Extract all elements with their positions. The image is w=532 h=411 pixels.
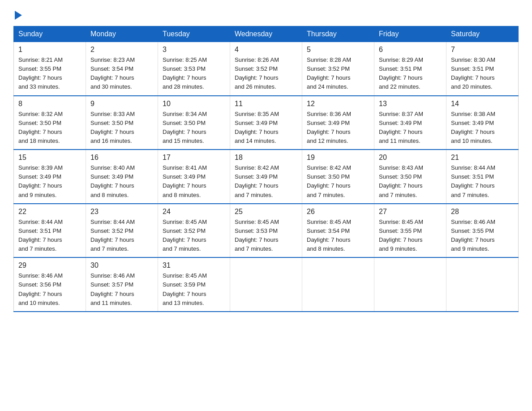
day-cell [302,257,374,312]
day-info: Sunrise: 8:44 AMSunset: 3:51 PMDaylight:… [18,218,81,254]
day-info: Sunrise: 8:28 AMSunset: 3:52 PMDaylight:… [307,56,369,92]
day-info: Sunrise: 8:45 AMSunset: 3:53 PMDaylight:… [235,218,297,254]
day-header-row: SundayMondayTuesdayWednesdayThursdayFrid… [14,26,519,42]
day-info: Sunrise: 8:35 AMSunset: 3:49 PMDaylight:… [235,110,297,146]
logo [13,9,22,18]
day-number: 5 [307,46,369,54]
day-cell: 12 Sunrise: 8:36 AMSunset: 3:49 PMDaylig… [302,96,374,150]
day-cell: 15 Sunrise: 8:39 AMSunset: 3:49 PMDaylig… [14,150,86,204]
day-cell [446,257,519,312]
day-cell: 20 Sunrise: 8:43 AMSunset: 3:50 PMDaylig… [374,150,446,204]
day-cell: 1 Sunrise: 8:21 AMSunset: 3:55 PMDayligh… [14,42,86,96]
day-header-monday: Monday [86,26,158,42]
day-number: 14 [451,100,514,108]
day-cell: 22 Sunrise: 8:44 AMSunset: 3:51 PMDaylig… [14,204,86,258]
day-cell: 21 Sunrise: 8:44 AMSunset: 3:51 PMDaylig… [446,150,519,204]
day-cell: 10 Sunrise: 8:34 AMSunset: 3:50 PMDaylig… [158,96,230,150]
day-number: 6 [379,46,442,54]
day-info: Sunrise: 8:26 AMSunset: 3:52 PMDaylight:… [235,56,297,92]
day-info: Sunrise: 8:42 AMSunset: 3:50 PMDaylight:… [307,163,369,200]
day-cell: 14 Sunrise: 8:38 AMSunset: 3:49 PMDaylig… [446,96,519,150]
day-number: 23 [90,208,153,216]
day-info: Sunrise: 8:25 AMSunset: 3:53 PMDaylight:… [163,56,225,92]
day-info: Sunrise: 8:23 AMSunset: 3:54 PMDaylight:… [90,56,153,92]
day-number: 3 [163,46,225,54]
day-cell: 18 Sunrise: 8:42 AMSunset: 3:49 PMDaylig… [230,150,302,204]
day-info: Sunrise: 8:46 AMSunset: 3:57 PMDaylight:… [90,271,153,308]
day-info: Sunrise: 8:45 AMSunset: 3:52 PMDaylight:… [163,218,225,254]
day-cell: 25 Sunrise: 8:45 AMSunset: 3:53 PMDaylig… [230,204,302,258]
day-cell: 2 Sunrise: 8:23 AMSunset: 3:54 PMDayligh… [86,42,158,96]
day-number: 16 [90,154,153,162]
day-number: 21 [451,154,514,162]
day-info: Sunrise: 8:32 AMSunset: 3:50 PMDaylight:… [18,110,81,146]
day-info: Sunrise: 8:29 AMSunset: 3:51 PMDaylight:… [379,56,442,92]
day-cell: 31 Sunrise: 8:45 AMSunset: 3:59 PMDaylig… [158,257,230,312]
day-number: 29 [18,261,81,270]
day-info: Sunrise: 8:46 AMSunset: 3:56 PMDaylight:… [18,271,81,308]
day-info: Sunrise: 8:37 AMSunset: 3:49 PMDaylight:… [379,110,442,146]
day-number: 7 [451,46,514,54]
day-cell: 13 Sunrise: 8:37 AMSunset: 3:49 PMDaylig… [374,96,446,150]
day-number: 1 [18,46,81,54]
day-cell: 26 Sunrise: 8:45 AMSunset: 3:54 PMDaylig… [302,204,374,258]
day-number: 9 [90,100,153,108]
day-cell: 23 Sunrise: 8:44 AMSunset: 3:52 PMDaylig… [86,204,158,258]
day-cell: 17 Sunrise: 8:41 AMSunset: 3:49 PMDaylig… [158,150,230,204]
day-info: Sunrise: 8:21 AMSunset: 3:55 PMDaylight:… [18,56,81,92]
day-cell: 27 Sunrise: 8:45 AMSunset: 3:55 PMDaylig… [374,204,446,258]
day-cell: 8 Sunrise: 8:32 AMSunset: 3:50 PMDayligh… [14,96,86,150]
day-cell: 5 Sunrise: 8:28 AMSunset: 3:52 PMDayligh… [302,42,374,96]
day-number: 24 [163,208,225,216]
day-number: 10 [163,100,225,108]
day-header-thursday: Thursday [302,26,374,42]
day-cell: 30 Sunrise: 8:46 AMSunset: 3:57 PMDaylig… [86,257,158,312]
day-cell [230,257,302,312]
day-number: 31 [163,261,225,270]
day-info: Sunrise: 8:46 AMSunset: 3:55 PMDaylight:… [451,218,514,254]
day-cell: 16 Sunrise: 8:40 AMSunset: 3:49 PMDaylig… [86,150,158,204]
logo-arrow-icon [15,11,22,20]
day-info: Sunrise: 8:44 AMSunset: 3:52 PMDaylight:… [90,218,153,254]
day-info: Sunrise: 8:43 AMSunset: 3:50 PMDaylight:… [379,163,442,200]
day-info: Sunrise: 8:44 AMSunset: 3:51 PMDaylight:… [451,163,514,200]
week-row-4: 22 Sunrise: 8:44 AMSunset: 3:51 PMDaylig… [14,204,519,258]
day-cell: 7 Sunrise: 8:30 AMSunset: 3:51 PMDayligh… [446,42,519,96]
day-number: 19 [307,154,369,162]
day-header-sunday: Sunday [14,26,86,42]
day-number: 28 [451,208,514,216]
week-row-1: 1 Sunrise: 8:21 AMSunset: 3:55 PMDayligh… [14,42,519,96]
week-row-3: 15 Sunrise: 8:39 AMSunset: 3:49 PMDaylig… [14,150,519,204]
day-info: Sunrise: 8:30 AMSunset: 3:51 PMDaylight:… [451,56,514,92]
day-info: Sunrise: 8:38 AMSunset: 3:49 PMDaylight:… [451,110,514,146]
day-cell [374,257,446,312]
day-number: 18 [235,154,297,162]
day-info: Sunrise: 8:45 AMSunset: 3:55 PMDaylight:… [379,218,442,254]
day-number: 27 [379,208,442,216]
day-number: 12 [307,100,369,108]
week-row-5: 29 Sunrise: 8:46 AMSunset: 3:56 PMDaylig… [14,257,519,312]
day-info: Sunrise: 8:45 AMSunset: 3:59 PMDaylight:… [163,271,225,308]
day-number: 26 [307,208,369,216]
day-header-friday: Friday [374,26,446,42]
day-number: 4 [235,46,297,54]
day-cell: 3 Sunrise: 8:25 AMSunset: 3:53 PMDayligh… [158,42,230,96]
day-number: 15 [18,154,81,162]
day-cell: 11 Sunrise: 8:35 AMSunset: 3:49 PMDaylig… [230,96,302,150]
day-number: 22 [18,208,81,216]
calendar-table: SundayMondayTuesdayWednesdayThursdayFrid… [13,26,519,312]
day-cell: 29 Sunrise: 8:46 AMSunset: 3:56 PMDaylig… [14,257,86,312]
day-cell: 24 Sunrise: 8:45 AMSunset: 3:52 PMDaylig… [158,204,230,258]
day-cell: 9 Sunrise: 8:33 AMSunset: 3:50 PMDayligh… [86,96,158,150]
day-number: 25 [235,208,297,216]
day-number: 11 [235,100,297,108]
day-number: 2 [90,46,153,54]
day-info: Sunrise: 8:42 AMSunset: 3:49 PMDaylight:… [235,163,297,200]
day-info: Sunrise: 8:39 AMSunset: 3:49 PMDaylight:… [18,163,81,200]
day-number: 17 [163,154,225,162]
page-header [13,9,519,18]
day-info: Sunrise: 8:34 AMSunset: 3:50 PMDaylight:… [163,110,225,146]
day-cell: 19 Sunrise: 8:42 AMSunset: 3:50 PMDaylig… [302,150,374,204]
day-header-tuesday: Tuesday [158,26,230,42]
day-number: 30 [90,261,153,270]
